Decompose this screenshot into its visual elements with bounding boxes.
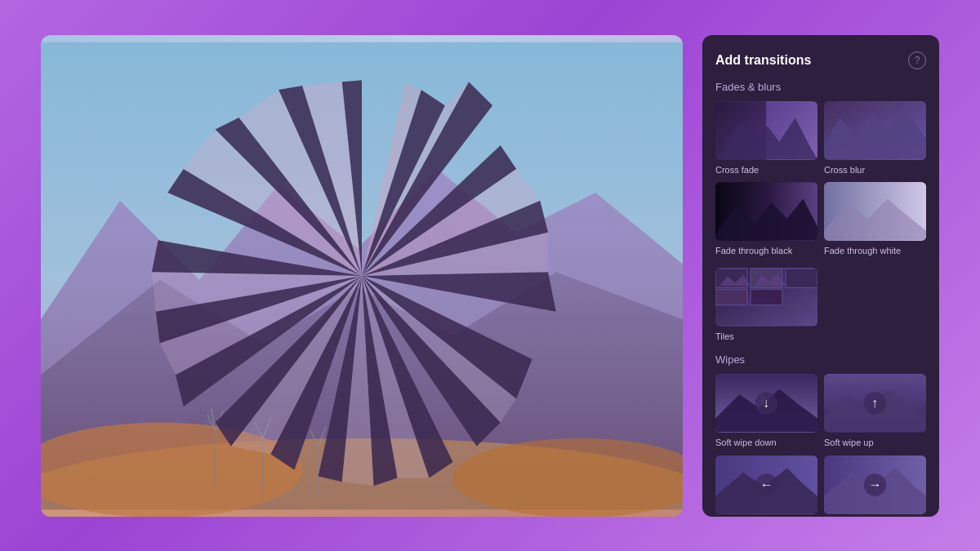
wipes-grid: ↓ Soft wipe down (715, 374, 926, 516)
thumb-wipe-down: ↓ (715, 374, 817, 433)
transition-label-fade-through-black: Fade through black (715, 245, 817, 256)
thumb-tiles (715, 268, 817, 327)
transition-item-tiles[interactable]: Tiles (715, 268, 817, 342)
fades-blurs-section-label: Fades & blurs (715, 81, 926, 93)
thumb-cross-blur (824, 101, 926, 160)
transition-item-fade-through-black[interactable]: Fade through black (715, 182, 817, 256)
transitions-panel: Add transitions ? Fades & blurs (702, 35, 939, 517)
wipes-section-label: Wipes (715, 353, 926, 366)
svg-rect-63 (751, 289, 782, 305)
transition-label-soft-wipe-down: Soft wipe down (715, 437, 817, 448)
thumb-wipe-right: → (824, 455, 926, 514)
svg-rect-53 (824, 101, 926, 158)
thumb-wipe-up: ↑ (824, 374, 926, 433)
transition-item-soft-wipe-up[interactable]: ↑ Soft wipe up (824, 374, 926, 448)
thumb-wipe-left: ← (715, 455, 817, 514)
thumb-fade-white (824, 182, 926, 241)
main-container: Add transitions ? Fades & blurs (41, 23, 939, 529)
transition-item-cross-blur[interactable]: Cross blur (824, 101, 926, 176)
tiles-grid: Tiles (715, 268, 926, 342)
panel-title: Add transitions (715, 53, 811, 68)
transition-label-tiles: Tiles (715, 331, 817, 342)
svg-text:↑: ↑ (872, 396, 879, 410)
preview-svg (41, 35, 683, 517)
transition-label-cross-fade: Cross fade (715, 164, 817, 176)
transition-label-soft-wipe-up: Soft wipe up (824, 437, 926, 448)
svg-text:←: ← (760, 478, 773, 491)
help-icon[interactable]: ? (908, 51, 926, 69)
preview-area (41, 35, 683, 517)
transition-label-fade-through-white: Fade through white (824, 245, 926, 256)
transition-item-soft-wipe-left[interactable]: ← Soft wipe left (715, 455, 817, 517)
svg-rect-61 (786, 269, 817, 287)
transition-item-fade-through-white[interactable]: Fade through white (824, 182, 926, 256)
panel-header: Add transitions ? (715, 51, 926, 69)
fades-blurs-grid: Cross fade (715, 101, 926, 257)
transition-item-soft-wipe-right[interactable]: → Soft wipe right New (824, 455, 926, 517)
svg-rect-62 (715, 289, 747, 305)
svg-text:↓: ↓ (764, 396, 770, 410)
thumb-fade-black (715, 182, 817, 241)
svg-text:→: → (869, 478, 882, 491)
transition-item-cross-fade[interactable]: Cross fade (715, 101, 817, 176)
transition-item-soft-wipe-down[interactable]: ↓ Soft wipe down (715, 374, 817, 448)
transition-label-cross-blur: Cross blur (824, 164, 926, 176)
thumb-cross-fade (715, 101, 817, 160)
